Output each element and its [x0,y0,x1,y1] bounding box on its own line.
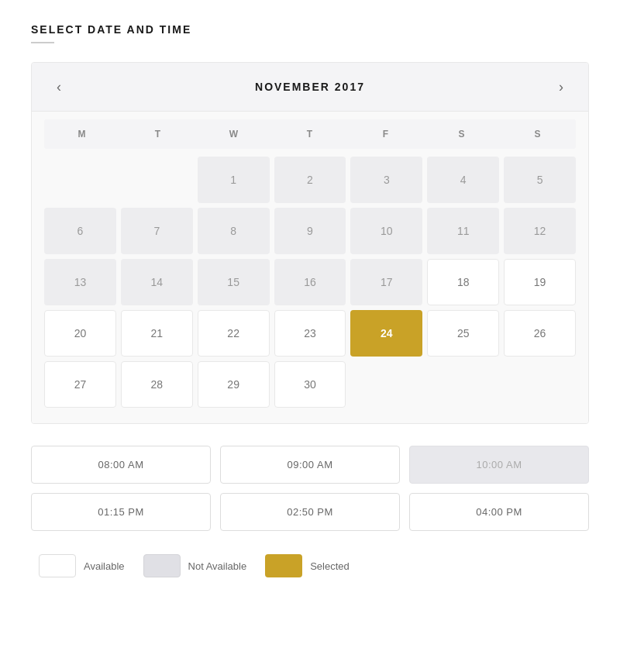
weekday-cell: F [348,119,424,149]
day-cell: 14 [121,259,193,305]
weekday-cell: T [272,119,348,149]
day-cell: 15 [198,259,270,305]
day-cell[interactable]: 20 [44,310,116,357]
legend-selected: Selected [265,554,350,577]
selected-swatch [265,554,302,577]
day-cell [44,157,116,203]
weekday-cell: S [424,119,500,149]
day-cell[interactable]: 23 [274,310,346,357]
days-grid: 1234567891011121314151617181920212223242… [44,157,576,408]
day-cell: 10 [350,208,422,254]
calendar: ‹ NOVEMBER 2017 › MTWTFSS 12345678910111… [31,62,589,424]
legend-available: Available [39,554,125,577]
day-cell[interactable]: 27 [44,361,116,408]
day-cell [121,157,193,203]
available-label: Available [84,560,125,572]
time-slot-button[interactable]: 08:00 AM [31,446,211,484]
day-cell: 13 [44,259,116,305]
day-cell: 7 [121,208,193,254]
calendar-grid: MTWTFSS 12345678910111213141516171819202… [32,112,588,423]
weekday-cell: T [120,119,196,149]
time-slot-button[interactable]: 01:15 PM [31,493,211,531]
day-cell: 17 [350,259,422,305]
selected-label: Selected [310,560,350,572]
page-title: SELECT DATE AND TIME [31,23,589,36]
not-available-swatch [143,554,181,577]
calendar-header: ‹ NOVEMBER 2017 › [32,63,588,112]
day-cell[interactable]: 28 [121,361,193,408]
day-cell: 4 [427,157,499,203]
day-cell[interactable]: 30 [274,361,346,408]
day-cell: 6 [44,208,116,254]
weekday-cell: S [500,119,576,149]
month-title: NOVEMBER 2017 [255,81,365,93]
day-cell[interactable]: 24 [350,310,422,357]
day-cell: 12 [504,208,576,254]
prev-month-button[interactable]: ‹ [50,77,67,97]
weekday-row: MTWTFSS [44,119,576,149]
day-cell: 5 [504,157,576,203]
day-cell: 2 [274,157,346,203]
legend: Available Not Available Selected [31,554,589,577]
title-divider [31,42,54,43]
legend-not-available: Not Available [143,554,247,577]
day-cell: 3 [350,157,422,203]
time-slot-button[interactable]: 09:00 AM [220,446,400,484]
day-cell[interactable]: 22 [198,310,270,357]
not-available-label: Not Available [188,560,247,572]
weekday-cell: M [44,119,120,149]
day-cell: 11 [427,208,499,254]
day-cell: 16 [274,259,346,305]
day-cell[interactable]: 21 [121,310,193,357]
day-cell[interactable]: 26 [504,310,576,357]
day-cell [504,361,576,408]
day-cell [350,361,422,408]
time-section: 08:00 AM09:00 AM10:00 AM01:15 PM02:50 PM… [31,446,589,531]
weekday-cell: W [196,119,272,149]
day-cell: 9 [274,208,346,254]
day-cell: 8 [198,208,270,254]
next-month-button[interactable]: › [553,77,570,97]
day-cell[interactable]: 19 [504,259,576,305]
day-cell[interactable]: 18 [427,259,499,305]
time-slot-button: 10:00 AM [409,446,589,484]
time-slot-button[interactable]: 04:00 PM [409,493,589,531]
time-slot-button[interactable]: 02:50 PM [220,493,400,531]
day-cell[interactable]: 25 [427,310,499,357]
day-cell [427,361,499,408]
time-grid: 08:00 AM09:00 AM10:00 AM01:15 PM02:50 PM… [31,446,589,531]
day-cell: 1 [198,157,270,203]
day-cell[interactable]: 29 [198,361,270,408]
available-swatch [39,554,76,577]
